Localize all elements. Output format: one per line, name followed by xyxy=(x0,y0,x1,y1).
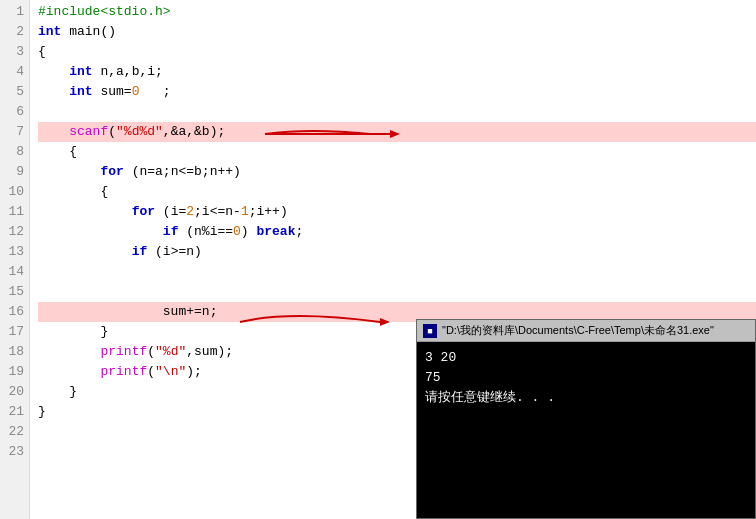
code-line xyxy=(38,262,756,282)
terminal-title: "D:\我的资料库\Documents\C-Free\Temp\未命名31.ex… xyxy=(442,323,714,338)
code-line: { xyxy=(38,182,756,202)
code-line: int main() xyxy=(38,22,756,42)
terminal-line: 请按任意键继续. . . xyxy=(425,388,747,408)
code-line: int n,a,b,i; xyxy=(38,62,756,82)
code-line: { xyxy=(38,142,756,162)
editor-area: 1234567891011121314151617181920212223 #i… xyxy=(0,0,756,519)
terminal-titlebar: ■ "D:\我的资料库\Documents\C-Free\Temp\未命名31.… xyxy=(417,320,755,342)
code-line: { xyxy=(38,42,756,62)
terminal-icon: ■ xyxy=(423,324,437,338)
code-line: scanf("%d%d",&a,&b); xyxy=(38,122,756,142)
code-line: int sum=0 ; xyxy=(38,82,756,102)
terminal-line: 75 xyxy=(425,368,747,388)
code-line xyxy=(38,282,756,302)
code-line: for (i=2;i<=n-1;i++) xyxy=(38,202,756,222)
code-line: if (i>=n) xyxy=(38,242,756,262)
line-numbers: 1234567891011121314151617181920212223 xyxy=(0,0,30,519)
code-line xyxy=(38,102,756,122)
code-line: #include<stdio.h> xyxy=(38,2,756,22)
terminal-content: 3 2075请按任意键继续. . . xyxy=(417,342,755,518)
code-line: for (n=a;n<=b;n++) xyxy=(38,162,756,182)
terminal-line: 3 20 xyxy=(425,348,747,368)
terminal-window: ■ "D:\我的资料库\Documents\C-Free\Temp\未命名31.… xyxy=(416,319,756,519)
code-line: if (n%i==0) break; xyxy=(38,222,756,242)
